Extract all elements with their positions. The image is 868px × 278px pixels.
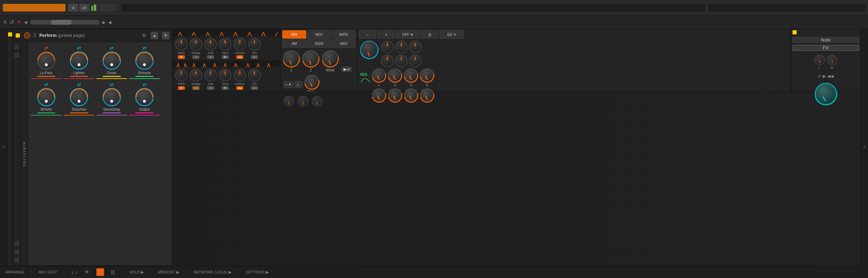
mix-glide-knob[interactable] [298, 96, 308, 106]
osc1-sub-knob[interactable] [204, 38, 217, 50]
prev-arrow[interactable]: ◀ [24, 20, 27, 25]
filter-knob-6[interactable] [409, 55, 421, 67]
scrollbar[interactable] [30, 20, 100, 25]
filter-env-panel: ↔ ∧ OFF ▼ ||| EG ✎ [357, 29, 791, 91]
osc2-oo-knob[interactable] [248, 69, 261, 81]
nav-down-btn[interactable]: ▼ [162, 32, 169, 39]
osc1-oo-knob[interactable] [248, 38, 261, 50]
osc1-unison-knob[interactable] [234, 38, 246, 50]
osc2-pitch-knob[interactable] [175, 69, 188, 81]
osc2-shape-value: I [192, 86, 199, 90]
macro-label-lopass: Lo-Pass [40, 71, 53, 75]
lfo-off-btn[interactable]: OFF ▼ [396, 30, 420, 39]
mix-btn-am[interactable]: AM [282, 39, 306, 48]
filter-main-knob[interactable] [360, 41, 378, 59]
page-icon[interactable] [14, 45, 19, 49]
mix-btn-sign[interactable]: SIGN [307, 39, 331, 48]
filter-knob-5[interactable] [395, 55, 408, 67]
settings-icon[interactable]: ⚙ [142, 33, 147, 38]
aeg-a-knob[interactable] [372, 88, 386, 102]
lfo-sync-btn[interactable]: ↔ [359, 30, 376, 39]
mix-tri-btn[interactable]: △ [293, 81, 302, 88]
osc2-shape-knob[interactable] [190, 69, 202, 81]
osc1-sync-knob[interactable] [219, 38, 231, 50]
macro-knob-lopass[interactable] [37, 51, 55, 70]
divider-row-1 [31, 78, 169, 79]
mix-route-btn[interactable]: —▼ [284, 81, 293, 88]
next-arrow[interactable]: ▶ [102, 20, 105, 25]
pan-r-group: R [827, 55, 837, 70]
lfo-bars-btn[interactable]: ||| [421, 30, 439, 39]
plugin-power-btn[interactable]: ⏻ [24, 32, 30, 39]
filter-knob-3[interactable] [409, 41, 421, 53]
lfo-eg-btn[interactable]: EG ✎ [440, 30, 464, 39]
mix-btn-neg[interactable]: NEG [307, 30, 331, 39]
track-add-right[interactable]: + [860, 29, 868, 266]
osc1-pitch-value: 8' [178, 55, 185, 59]
pan-l-knob[interactable] [814, 55, 825, 65]
close-icon[interactable]: ✕ [17, 19, 21, 25]
filter-knob-4[interactable] [381, 55, 394, 67]
mix-knob-1-group: 1 [283, 50, 300, 72]
macro-knob-output[interactable] [135, 88, 153, 106]
macro-knob-sirendelay[interactable] [103, 88, 121, 106]
lfo-shape-btn[interactable]: ∧ [377, 30, 395, 39]
bottom-midi[interactable]: MIDI/OSC ▶ [158, 270, 179, 275]
bottom-network[interactable]: NETWORK: LOCAL ▶ [194, 270, 231, 275]
mix-knob-2-arc [299, 47, 323, 71]
mix-pitch-knob[interactable] [284, 96, 294, 106]
bottom-eye-icon[interactable]: 👁 [85, 269, 89, 275]
mix-btn-mix[interactable]: MIX [282, 30, 306, 39]
hamburger-icon[interactable]: ≡ [68, 4, 78, 11]
osc2-sub-knob[interactable] [204, 69, 217, 81]
mix-knob-noise[interactable] [322, 50, 339, 67]
osc2-sync-knob[interactable] [219, 69, 231, 81]
bottom-solo[interactable]: SOLO ▶ [129, 270, 144, 275]
bottom-note-icon[interactable]: ♩ ♪ [71, 269, 78, 275]
mix-knob-1[interactable] [283, 50, 300, 67]
filter-knob-2[interactable] [395, 41, 408, 53]
macro-knob-lighten[interactable] [70, 51, 88, 70]
osc2-unison-knob[interactable] [234, 69, 246, 81]
out-knob[interactable] [815, 83, 837, 105]
refresh-icon[interactable]: ↺ [9, 19, 14, 25]
track-add-left[interactable]: + [0, 29, 8, 266]
aeg-r-knob[interactable] [420, 88, 434, 102]
feg-a-knob[interactable] [372, 69, 386, 82]
mix-drive-knob[interactable] [305, 75, 319, 89]
arrows-icon[interactable]: ⇄ [79, 4, 89, 11]
osc1-sub-value: I [207, 55, 214, 59]
bottom-arrange[interactable]: ARRANGE [5, 270, 24, 274]
mix-knob-2[interactable] [302, 50, 319, 67]
mix-btn-max[interactable]: MAX [332, 39, 356, 48]
bottom-bars-icon[interactable]: ||| [111, 269, 115, 275]
timeline-area [121, 4, 706, 11]
macro-knob-release[interactable] [135, 51, 153, 70]
filter-knob-1[interactable] [381, 41, 394, 53]
osc2-oo-label: OO [252, 82, 257, 86]
fx-btn[interactable]: FX [792, 45, 859, 51]
divider-release [129, 78, 160, 79]
prev-arrow-2[interactable]: ◀ [108, 20, 111, 25]
bottom-settings[interactable]: SETTINGS ▶ [246, 270, 269, 275]
osc1-pitch-knob[interactable] [175, 38, 188, 50]
aeg-s-knob[interactable] [404, 88, 418, 102]
bottom-mix-edit[interactable]: MIX / EDIT [38, 270, 57, 274]
nav-up-btn[interactable]: ▲ [151, 32, 158, 39]
feg-r-knob[interactable] [420, 69, 434, 82]
osc1-shape-knob[interactable] [190, 38, 202, 50]
macro-knob-whistle[interactable] [37, 88, 55, 106]
route-lr-btn[interactable]: ▶⇄ [341, 66, 352, 72]
pan-r-knob[interactable] [827, 55, 837, 65]
aeg-d-knob[interactable] [388, 88, 402, 102]
macro-knob-onset[interactable] [103, 51, 121, 70]
note-btn[interactable]: Note [792, 37, 859, 43]
feg-d-knob[interactable] [388, 69, 402, 82]
feg-s-knob[interactable] [404, 69, 418, 82]
osc2-sub-group: Sub I [204, 69, 217, 90]
macro-knob-distortion[interactable] [70, 88, 88, 106]
bottom-orange-btn[interactable] [96, 268, 104, 276]
list-icon[interactable]: ≡ [3, 19, 7, 25]
grid-icon[interactable] [14, 53, 19, 58]
mix-btn-wipe[interactable]: WIPE [332, 30, 356, 39]
